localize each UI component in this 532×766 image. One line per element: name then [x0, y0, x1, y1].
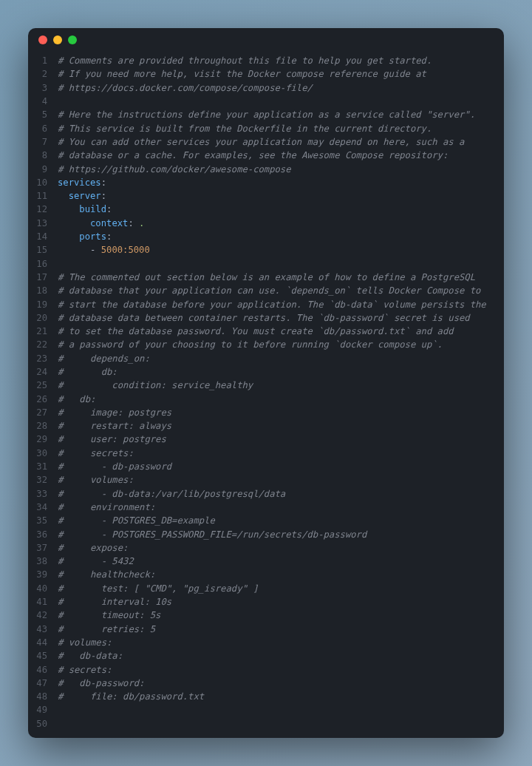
code-line[interactable]: # https://github.com/docker/awesome-comp…	[58, 163, 497, 176]
zoom-icon[interactable]	[68, 35, 77, 44]
code-line[interactable]: # volumes:	[58, 473, 497, 487]
line-number: 4	[35, 95, 47, 108]
line-number: 10	[35, 176, 47, 189]
code-line[interactable]: # - db-password	[58, 460, 497, 473]
line-number: 24	[35, 365, 47, 379]
code-line[interactable]: # - POSTGRES_PASSWORD_FILE=/run/secrets/…	[58, 528, 497, 541]
line-number: 46	[35, 663, 47, 677]
line-number: 36	[35, 528, 47, 541]
line-number: 12	[35, 203, 47, 216]
line-number: 33	[35, 487, 47, 501]
line-number: 17	[35, 271, 47, 284]
line-number: 20	[35, 311, 47, 325]
line-number: 22	[35, 338, 47, 351]
line-number: 38	[35, 555, 47, 568]
line-number: 37	[35, 541, 47, 555]
code-line[interactable]: # depends_on:	[58, 352, 497, 365]
code-line[interactable]: services:	[58, 176, 497, 189]
line-number: 31	[35, 460, 47, 473]
titlebar	[28, 28, 504, 51]
code-line[interactable]: # The commented out section below is an …	[58, 271, 497, 284]
code-line[interactable]: # You can add other services your applic…	[58, 135, 497, 149]
code-editor[interactable]: 1234567891011121314151617181920212223242…	[28, 51, 504, 738]
line-number: 13	[35, 217, 47, 230]
code-line[interactable]: # secrets:	[58, 447, 497, 460]
line-number: 19	[35, 298, 47, 311]
code-line[interactable]: # database that your application can use…	[58, 284, 497, 297]
code-line[interactable]: # volumes:	[58, 636, 497, 649]
line-number: 7	[35, 135, 47, 149]
code-line[interactable]: # timeout: 5s	[58, 609, 497, 622]
line-number: 29	[35, 433, 47, 446]
code-line[interactable]: ports:	[58, 230, 497, 243]
line-number: 50	[35, 717, 47, 731]
line-number: 23	[35, 352, 47, 365]
code-line[interactable]: # expose:	[58, 541, 497, 555]
code-line[interactable]: server:	[58, 189, 497, 203]
line-number: 15	[35, 243, 47, 257]
code-line[interactable]: # image: postgres	[58, 406, 497, 419]
line-number: 14	[35, 230, 47, 243]
code-line[interactable]: # healthcheck:	[58, 568, 497, 581]
line-number: 25	[35, 379, 47, 392]
line-number: 21	[35, 325, 47, 338]
code-line[interactable]: # database data between container restar…	[58, 311, 497, 325]
code-line[interactable]: # test: [ "CMD", "pg_isready" ]	[58, 582, 497, 595]
line-number: 6	[35, 122, 47, 135]
code-line[interactable]: # file: db/password.txt	[58, 690, 497, 703]
code-line[interactable]	[58, 257, 497, 271]
line-number: 40	[35, 582, 47, 595]
line-number: 34	[35, 501, 47, 514]
line-number: 11	[35, 189, 47, 203]
minimize-icon[interactable]	[53, 35, 62, 44]
code-line[interactable]: # retries: 5	[58, 623, 497, 636]
code-line[interactable]: # https://docs.docker.com/compose/compos…	[58, 81, 497, 95]
line-number-gutter: 1234567891011121314151617181920212223242…	[28, 54, 58, 731]
line-number: 26	[35, 393, 47, 406]
line-number: 1	[35, 54, 47, 67]
editor-window: 1234567891011121314151617181920212223242…	[28, 28, 504, 738]
code-line[interactable]	[58, 717, 497, 731]
code-line[interactable]: - 5000:5000	[58, 243, 497, 257]
code-line[interactable]: # Here the instructions define your appl…	[58, 108, 497, 121]
code-line[interactable]: # This service is built from the Dockerf…	[58, 122, 497, 135]
code-line[interactable]: # condition: service_healthy	[58, 379, 497, 392]
code-line[interactable]: # database or a cache. For examples, see…	[58, 149, 497, 162]
code-line[interactable]: # - db-data:/var/lib/postgresql/data	[58, 487, 497, 501]
code-line[interactable]: # start the database before your applica…	[58, 298, 497, 311]
line-number: 2	[35, 67, 47, 81]
code-line[interactable]: # secrets:	[58, 663, 497, 677]
close-icon[interactable]	[38, 35, 47, 44]
code-line[interactable]: # to set the database password. You must…	[58, 325, 497, 338]
code-line[interactable]: # Comments are provided throughout this …	[58, 54, 497, 67]
line-number: 28	[35, 419, 47, 433]
code-line[interactable]: # db-data:	[58, 649, 497, 662]
code-line[interactable]: build:	[58, 203, 497, 216]
code-line[interactable]: # If you need more help, visit the Docke…	[58, 67, 497, 81]
line-number: 43	[35, 623, 47, 636]
code-line[interactable]	[58, 703, 497, 716]
line-number: 27	[35, 406, 47, 419]
code-line[interactable]: # a password of your choosing to it befo…	[58, 338, 497, 351]
code-line[interactable]: # - POSTGRES_DB=example	[58, 514, 497, 527]
line-number: 47	[35, 677, 47, 690]
code-line[interactable]: # user: postgres	[58, 433, 497, 446]
line-number: 48	[35, 690, 47, 703]
line-number: 35	[35, 514, 47, 527]
code-line[interactable]: # - 5432	[58, 555, 497, 568]
code-line[interactable]: # interval: 10s	[58, 595, 497, 609]
line-number: 39	[35, 568, 47, 581]
line-number: 3	[35, 81, 47, 95]
code-line[interactable]: # db:	[58, 365, 497, 379]
code-line[interactable]	[58, 95, 497, 108]
code-content[interactable]: # Comments are provided throughout this …	[58, 54, 504, 731]
code-line[interactable]: # db-password:	[58, 677, 497, 690]
line-number: 42	[35, 609, 47, 622]
line-number: 49	[35, 703, 47, 716]
line-number: 30	[35, 447, 47, 460]
code-line[interactable]: # db:	[58, 393, 497, 406]
code-line[interactable]: context: .	[58, 217, 497, 230]
code-line[interactable]: # environment:	[58, 501, 497, 514]
line-number: 5	[35, 108, 47, 121]
code-line[interactable]: # restart: always	[58, 419, 497, 433]
